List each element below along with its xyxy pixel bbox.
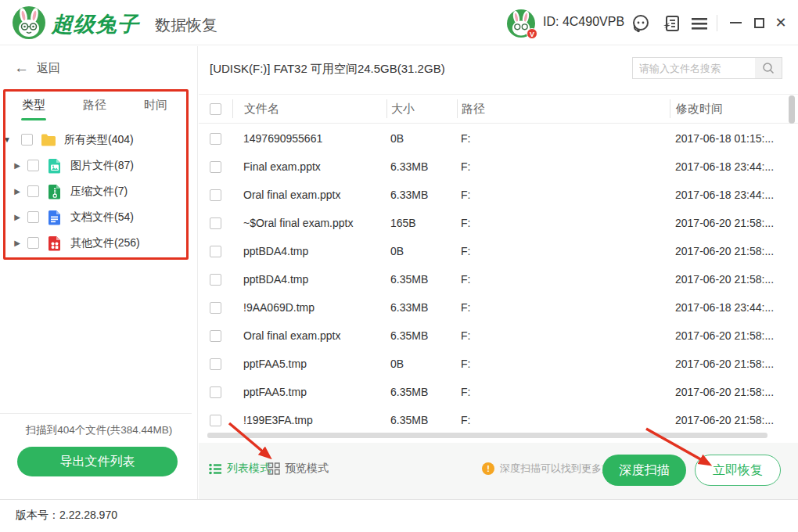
file-modified-time: 2017-06-20 21:58:... [670, 358, 791, 370]
row-checkbox[interactable] [210, 133, 221, 145]
caret-right-icon[interactable]: ▶ [13, 213, 22, 221]
search-box [632, 57, 782, 79]
row-checkbox[interactable] [210, 189, 221, 201]
file-path: F: [457, 160, 670, 173]
file-size: 6.35MB [386, 414, 457, 426]
titlebar-separator [717, 15, 717, 31]
sidebar-tabs: 类型 路径 时间 [22, 98, 167, 120]
table-row[interactable]: Final exam.pptx 6.33MB F: 2017-06-18 23:… [199, 153, 798, 181]
caret-right-icon[interactable]: ▶ [13, 187, 22, 196]
file-modified-time: 2017-06-20 21:58:... [670, 273, 791, 286]
file-table: 1497690955661 0B F: 2017-06-18 01:15:...… [199, 124, 798, 434]
row-checkbox[interactable] [210, 246, 221, 257]
app-logo-rabbit-icon [13, 6, 45, 39]
file-size: 0B [386, 358, 457, 370]
tree-item-image-files[interactable]: ▶ 图片文件(87) [0, 153, 198, 178]
close-icon: ✕ [775, 16, 786, 30]
table-row[interactable]: !199E3FA.tmp 6.35MB F: 2017-06-20 21:58:… [199, 406, 798, 434]
row-checkbox[interactable] [210, 161, 221, 173]
close-button[interactable]: ✕ [771, 13, 790, 33]
tab-path[interactable]: 路径 [83, 98, 106, 120]
file-name: pptBDA4.tmp [232, 245, 386, 257]
file-path: F: [457, 217, 670, 229]
tree-label: 压缩文件(7) [70, 185, 128, 199]
vertical-scrollbar[interactable] [789, 95, 795, 124]
file-size: 165B [386, 217, 457, 229]
caret-down-icon[interactable]: ▼ [2, 135, 12, 144]
file-name: ~$Oral final exam.pptx [232, 217, 386, 229]
tab-time[interactable]: 时间 [144, 98, 167, 120]
tab-type[interactable]: 类型 [22, 98, 45, 120]
deep-scan-button[interactable]: 深度扫描 [602, 455, 686, 486]
table-row[interactable]: 1497690955661 0B F: 2017-06-18 01:15:... [199, 124, 798, 153]
row-checkbox[interactable] [210, 274, 221, 286]
caret-right-icon[interactable]: ▶ [13, 161, 22, 170]
title-bar: 超级兔子 数据恢复 V ID: 4C490VPB [0, 0, 798, 45]
row-checkbox[interactable] [210, 415, 221, 426]
column-header-size[interactable]: 大小 [386, 99, 457, 118]
file-path: F: [457, 329, 670, 342]
file-name: pptFAA5.tmp [232, 386, 386, 398]
tree-checkbox[interactable] [27, 185, 39, 197]
export-file-list-button[interactable]: 导出文件列表 [17, 447, 178, 476]
product-title: 数据恢复 [155, 15, 217, 36]
feedback-icon[interactable] [662, 13, 682, 34]
table-row[interactable]: Oral final exam.pptx 6.35MB F: 2017-06-2… [199, 322, 798, 350]
table-row[interactable]: pptFAA5.tmp 0B F: 2017-06-20 21:58:... [199, 350, 798, 378]
tree-item-all-types[interactable]: ▼ 所有类型(404) [0, 127, 198, 153]
tree-checkbox[interactable] [27, 237, 39, 249]
tree-checkbox[interactable] [27, 211, 39, 223]
tree-label: 所有类型(404) [64, 133, 134, 147]
preview-mode-icon [268, 462, 280, 475]
column-header-modified-time[interactable]: 修改时间 [670, 99, 791, 118]
row-checkbox[interactable] [210, 386, 221, 398]
back-arrow-icon: ← [14, 59, 29, 77]
file-modified-time: 2017-06-20 21:58:... [670, 329, 791, 342]
row-checkbox[interactable] [210, 302, 221, 314]
tree-checkbox[interactable] [21, 134, 33, 146]
minimize-icon [730, 22, 742, 23]
column-header-filename[interactable]: 文件名 [232, 99, 386, 118]
table-row[interactable]: pptBDA4.tmp 0B F: 2017-06-20 21:58:... [199, 237, 798, 265]
user-avatar[interactable]: V [507, 9, 535, 38]
file-size: 6.35MB [386, 273, 457, 286]
deep-scan-hint: ! 深度扫描可以找到更多文件 [482, 462, 622, 476]
search-button[interactable] [755, 58, 782, 78]
other-file-icon [46, 235, 63, 252]
document-file-icon [46, 209, 63, 226]
table-row[interactable]: ~$Oral final exam.pptx 165B F: 2017-06-2… [199, 209, 798, 237]
table-row[interactable]: pptBDA4.tmp 6.35MB F: 2017-06-20 21:58:.… [199, 265, 798, 293]
vip-badge: V [527, 28, 537, 39]
search-input[interactable] [633, 58, 755, 78]
back-button[interactable]: ← 返回 [14, 59, 60, 77]
file-path: F: [457, 386, 670, 398]
list-mode-toggle[interactable]: 列表模式 [209, 462, 271, 476]
horizontal-scrollbar[interactable] [207, 433, 767, 438]
menu-icon[interactable] [690, 13, 709, 34]
warning-icon: ! [482, 462, 494, 475]
table-row[interactable]: !9AA069D.tmp 6.33MB F: 2017-06-18 23:44:… [199, 293, 798, 322]
tree-item-other-files[interactable]: ▶ 其他文件(256) [0, 230, 198, 256]
tree-item-archive-files[interactable]: ▶ 压缩文件(7) [0, 178, 198, 204]
maximize-button[interactable] [749, 13, 768, 33]
tree-checkbox[interactable] [27, 160, 39, 171]
customer-service-icon[interactable] [631, 13, 651, 34]
row-checkbox[interactable] [210, 330, 221, 342]
tree-item-document-files[interactable]: ▶ 文档文件(54) [0, 204, 198, 230]
caret-right-icon[interactable]: ▶ [13, 239, 22, 247]
table-row[interactable]: Oral final exam.pptx 6.33MB F: 2017-06-1… [199, 181, 798, 209]
folder-icon [40, 131, 57, 149]
table-row[interactable]: pptFAA5.tmp 6.35MB F: 2017-06-20 21:58:.… [199, 378, 798, 406]
file-modified-time: 2017-06-20 21:58:... [670, 414, 791, 426]
row-checkbox[interactable] [210, 358, 221, 370]
column-header-path[interactable]: 路径 [457, 99, 670, 118]
row-checkbox[interactable] [210, 217, 221, 229]
file-path: F: [457, 273, 670, 286]
minimize-button[interactable] [726, 13, 745, 33]
file-path: F: [457, 245, 670, 257]
recover-now-button[interactable]: 立即恢复 [695, 455, 781, 486]
tree-label: 文档文件(54) [70, 210, 134, 225]
select-all-checkbox[interactable] [210, 103, 221, 115]
preview-mode-toggle[interactable]: 预览模式 [268, 462, 329, 476]
file-name: pptFAA5.tmp [232, 358, 386, 370]
